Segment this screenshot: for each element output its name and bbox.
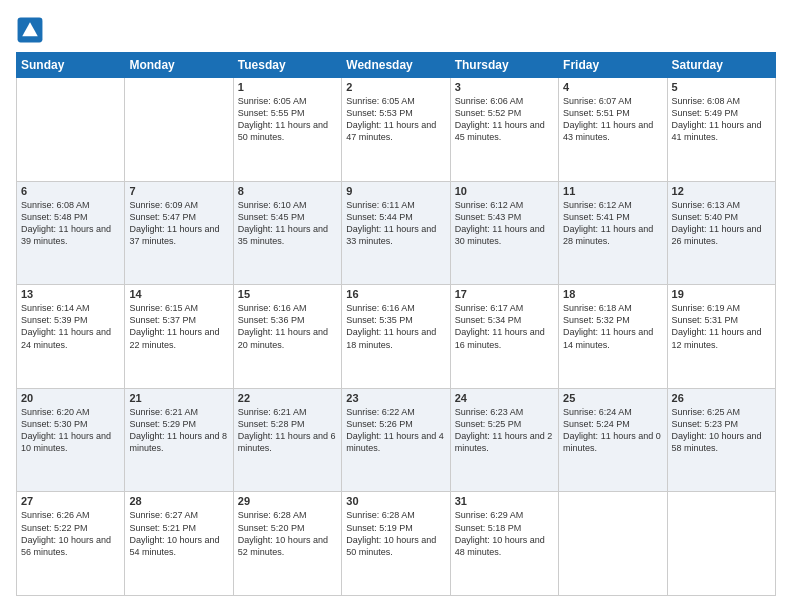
calendar-cell: 4Sunrise: 6:07 AM Sunset: 5:51 PM Daylig…	[559, 78, 667, 182]
day-number: 26	[672, 392, 771, 404]
calendar-cell: 11Sunrise: 6:12 AM Sunset: 5:41 PM Dayli…	[559, 181, 667, 285]
calendar-cell: 31Sunrise: 6:29 AM Sunset: 5:18 PM Dayli…	[450, 492, 558, 596]
day-header-sunday: Sunday	[17, 53, 125, 78]
calendar-cell: 26Sunrise: 6:25 AM Sunset: 5:23 PM Dayli…	[667, 388, 775, 492]
day-number: 4	[563, 81, 662, 93]
day-number: 13	[21, 288, 120, 300]
day-info: Sunrise: 6:17 AM Sunset: 5:34 PM Dayligh…	[455, 302, 554, 351]
calendar-cell: 8Sunrise: 6:10 AM Sunset: 5:45 PM Daylig…	[233, 181, 341, 285]
week-row-2: 6Sunrise: 6:08 AM Sunset: 5:48 PM Daylig…	[17, 181, 776, 285]
day-number: 1	[238, 81, 337, 93]
day-number: 19	[672, 288, 771, 300]
day-info: Sunrise: 6:19 AM Sunset: 5:31 PM Dayligh…	[672, 302, 771, 351]
day-info: Sunrise: 6:22 AM Sunset: 5:26 PM Dayligh…	[346, 406, 445, 455]
calendar-cell: 25Sunrise: 6:24 AM Sunset: 5:24 PM Dayli…	[559, 388, 667, 492]
calendar-cell	[559, 492, 667, 596]
day-number: 20	[21, 392, 120, 404]
day-header-tuesday: Tuesday	[233, 53, 341, 78]
day-info: Sunrise: 6:18 AM Sunset: 5:32 PM Dayligh…	[563, 302, 662, 351]
calendar-cell: 7Sunrise: 6:09 AM Sunset: 5:47 PM Daylig…	[125, 181, 233, 285]
day-info: Sunrise: 6:12 AM Sunset: 5:43 PM Dayligh…	[455, 199, 554, 248]
day-number: 17	[455, 288, 554, 300]
calendar-cell: 6Sunrise: 6:08 AM Sunset: 5:48 PM Daylig…	[17, 181, 125, 285]
logo-icon	[16, 16, 44, 44]
day-info: Sunrise: 6:16 AM Sunset: 5:36 PM Dayligh…	[238, 302, 337, 351]
calendar-cell	[125, 78, 233, 182]
day-header-monday: Monday	[125, 53, 233, 78]
day-number: 25	[563, 392, 662, 404]
day-number: 22	[238, 392, 337, 404]
day-header-thursday: Thursday	[450, 53, 558, 78]
day-info: Sunrise: 6:15 AM Sunset: 5:37 PM Dayligh…	[129, 302, 228, 351]
calendar-cell: 30Sunrise: 6:28 AM Sunset: 5:19 PM Dayli…	[342, 492, 450, 596]
day-number: 8	[238, 185, 337, 197]
day-info: Sunrise: 6:25 AM Sunset: 5:23 PM Dayligh…	[672, 406, 771, 455]
day-info: Sunrise: 6:11 AM Sunset: 5:44 PM Dayligh…	[346, 199, 445, 248]
calendar-cell: 9Sunrise: 6:11 AM Sunset: 5:44 PM Daylig…	[342, 181, 450, 285]
day-number: 5	[672, 81, 771, 93]
calendar-cell: 29Sunrise: 6:28 AM Sunset: 5:20 PM Dayli…	[233, 492, 341, 596]
day-number: 30	[346, 495, 445, 507]
day-info: Sunrise: 6:13 AM Sunset: 5:40 PM Dayligh…	[672, 199, 771, 248]
day-header-wednesday: Wednesday	[342, 53, 450, 78]
day-info: Sunrise: 6:21 AM Sunset: 5:29 PM Dayligh…	[129, 406, 228, 455]
day-info: Sunrise: 6:23 AM Sunset: 5:25 PM Dayligh…	[455, 406, 554, 455]
day-header-saturday: Saturday	[667, 53, 775, 78]
day-number: 28	[129, 495, 228, 507]
day-number: 27	[21, 495, 120, 507]
header-row: SundayMondayTuesdayWednesdayThursdayFrid…	[17, 53, 776, 78]
day-number: 6	[21, 185, 120, 197]
calendar-cell: 19Sunrise: 6:19 AM Sunset: 5:31 PM Dayli…	[667, 285, 775, 389]
day-info: Sunrise: 6:10 AM Sunset: 5:45 PM Dayligh…	[238, 199, 337, 248]
day-number: 16	[346, 288, 445, 300]
day-number: 12	[672, 185, 771, 197]
day-number: 31	[455, 495, 554, 507]
week-row-1: 1Sunrise: 6:05 AM Sunset: 5:55 PM Daylig…	[17, 78, 776, 182]
day-number: 10	[455, 185, 554, 197]
day-info: Sunrise: 6:27 AM Sunset: 5:21 PM Dayligh…	[129, 509, 228, 558]
day-info: Sunrise: 6:28 AM Sunset: 5:20 PM Dayligh…	[238, 509, 337, 558]
day-number: 21	[129, 392, 228, 404]
week-row-3: 13Sunrise: 6:14 AM Sunset: 5:39 PM Dayli…	[17, 285, 776, 389]
calendar-cell: 22Sunrise: 6:21 AM Sunset: 5:28 PM Dayli…	[233, 388, 341, 492]
day-number: 11	[563, 185, 662, 197]
calendar-cell: 15Sunrise: 6:16 AM Sunset: 5:36 PM Dayli…	[233, 285, 341, 389]
day-info: Sunrise: 6:14 AM Sunset: 5:39 PM Dayligh…	[21, 302, 120, 351]
day-number: 15	[238, 288, 337, 300]
calendar-cell: 13Sunrise: 6:14 AM Sunset: 5:39 PM Dayli…	[17, 285, 125, 389]
calendar-cell: 20Sunrise: 6:20 AM Sunset: 5:30 PM Dayli…	[17, 388, 125, 492]
calendar-cell: 23Sunrise: 6:22 AM Sunset: 5:26 PM Dayli…	[342, 388, 450, 492]
day-info: Sunrise: 6:29 AM Sunset: 5:18 PM Dayligh…	[455, 509, 554, 558]
calendar-cell	[17, 78, 125, 182]
calendar-cell: 28Sunrise: 6:27 AM Sunset: 5:21 PM Dayli…	[125, 492, 233, 596]
calendar-cell: 5Sunrise: 6:08 AM Sunset: 5:49 PM Daylig…	[667, 78, 775, 182]
calendar-cell: 3Sunrise: 6:06 AM Sunset: 5:52 PM Daylig…	[450, 78, 558, 182]
week-row-5: 27Sunrise: 6:26 AM Sunset: 5:22 PM Dayli…	[17, 492, 776, 596]
header	[16, 16, 776, 44]
day-info: Sunrise: 6:08 AM Sunset: 5:49 PM Dayligh…	[672, 95, 771, 144]
day-info: Sunrise: 6:08 AM Sunset: 5:48 PM Dayligh…	[21, 199, 120, 248]
day-info: Sunrise: 6:06 AM Sunset: 5:52 PM Dayligh…	[455, 95, 554, 144]
day-number: 7	[129, 185, 228, 197]
day-info: Sunrise: 6:05 AM Sunset: 5:55 PM Dayligh…	[238, 95, 337, 144]
logo	[16, 16, 48, 44]
day-info: Sunrise: 6:26 AM Sunset: 5:22 PM Dayligh…	[21, 509, 120, 558]
week-row-4: 20Sunrise: 6:20 AM Sunset: 5:30 PM Dayli…	[17, 388, 776, 492]
day-header-friday: Friday	[559, 53, 667, 78]
day-number: 2	[346, 81, 445, 93]
day-number: 29	[238, 495, 337, 507]
day-number: 3	[455, 81, 554, 93]
calendar-cell: 21Sunrise: 6:21 AM Sunset: 5:29 PM Dayli…	[125, 388, 233, 492]
day-info: Sunrise: 6:20 AM Sunset: 5:30 PM Dayligh…	[21, 406, 120, 455]
calendar-cell	[667, 492, 775, 596]
day-number: 24	[455, 392, 554, 404]
day-info: Sunrise: 6:24 AM Sunset: 5:24 PM Dayligh…	[563, 406, 662, 455]
calendar-cell: 18Sunrise: 6:18 AM Sunset: 5:32 PM Dayli…	[559, 285, 667, 389]
day-number: 23	[346, 392, 445, 404]
day-number: 9	[346, 185, 445, 197]
calendar-cell: 16Sunrise: 6:16 AM Sunset: 5:35 PM Dayli…	[342, 285, 450, 389]
page: SundayMondayTuesdayWednesdayThursdayFrid…	[0, 0, 792, 612]
calendar-cell: 1Sunrise: 6:05 AM Sunset: 5:55 PM Daylig…	[233, 78, 341, 182]
calendar-cell: 10Sunrise: 6:12 AM Sunset: 5:43 PM Dayli…	[450, 181, 558, 285]
calendar-cell: 27Sunrise: 6:26 AM Sunset: 5:22 PM Dayli…	[17, 492, 125, 596]
